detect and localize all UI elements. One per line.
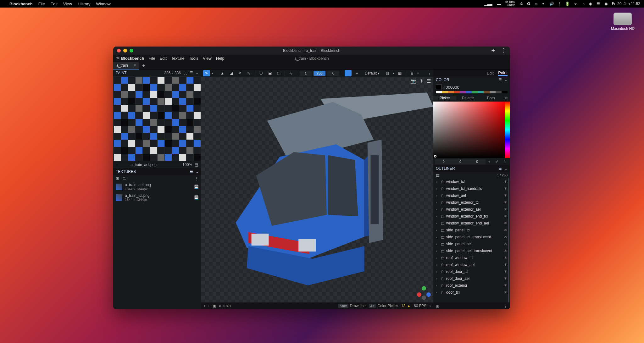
visibility-icon[interactable]: 👁 <box>504 235 508 239</box>
tab-both[interactable]: Both <box>480 96 502 100</box>
outliner-item[interactable]: ›🗀door_tcl👁 <box>433 289 510 296</box>
outliner-item[interactable]: ›🗀roof_window_tcl👁 <box>433 254 510 261</box>
chevron-right-icon[interactable]: › <box>436 187 439 191</box>
line-tool-icon[interactable]: ⤡ <box>245 70 252 76</box>
color-settings-icon[interactable]: ⚙ <box>502 96 510 100</box>
chevron-right-icon[interactable]: › <box>436 277 439 280</box>
visibility-icon[interactable]: 👁 <box>504 214 508 219</box>
status-diamond-icon[interactable]: ◇ <box>535 2 537 6</box>
mode-paint[interactable]: Paint <box>498 70 508 76</box>
mirror-tool-icon[interactable]: ⇋ <box>287 70 294 76</box>
add-folder-icon[interactable]: ⊞ <box>436 304 439 308</box>
color-hex[interactable]: #000000 <box>443 85 459 90</box>
new-tab-button[interactable]: + <box>140 63 147 69</box>
grid2-icon[interactable]: ⊞ <box>408 70 415 76</box>
tool-more-icon[interactable]: ⋮ <box>428 71 431 75</box>
tab-palette[interactable]: Palette <box>456 96 479 100</box>
brush-shape-circle[interactable]: ● <box>353 70 360 76</box>
outliner-item[interactable]: ›🗀side_panel_tcl_translucent👁 <box>433 234 510 241</box>
menubar-app[interactable]: Blockbench <box>9 2 33 6</box>
menubar-datetime[interactable]: Fri 20. Jan 11:52 <box>612 2 640 6</box>
menubar-view[interactable]: View <box>63 2 72 6</box>
minimize-window-button[interactable] <box>123 49 127 53</box>
visibility-icon[interactable]: 👁 <box>504 276 508 281</box>
color-palette[interactable] <box>433 91 510 95</box>
more-icon[interactable]: ⋮ <box>501 47 506 54</box>
visibility-icon[interactable]: 👁 <box>504 269 508 274</box>
brush-softness[interactable]: 0 <box>327 71 339 76</box>
visibility-icon[interactable]: 👁 <box>504 207 508 212</box>
status-fan-icon[interactable]: ✲ <box>520 2 523 6</box>
outliner-item[interactable]: ›🗀window_ael👁 <box>433 192 510 199</box>
chevron-right-icon[interactable]: › <box>436 235 439 239</box>
picker-tool-icon[interactable]: ✐ <box>236 70 243 76</box>
grid-icon[interactable]: ▦ <box>396 70 403 76</box>
chevron-right-icon[interactable]: › <box>436 263 439 267</box>
outliner-item[interactable]: ›🗀roof_door_tcl👁 <box>433 268 510 275</box>
visibility-icon[interactable]: 👁 <box>504 263 508 267</box>
outliner-item[interactable]: ›🗀window_exterior_tcl👁 <box>433 199 510 206</box>
nav-back-icon[interactable]: ‹ <box>204 304 205 308</box>
axis-gizmo[interactable] <box>417 286 431 300</box>
menubar-history[interactable]: History <box>78 2 90 6</box>
menu-edit[interactable]: Edit <box>160 56 167 61</box>
layout-icon[interactable]: ▥ <box>384 70 391 76</box>
visibility-icon[interactable]: 👁 <box>504 290 508 295</box>
tab-picker[interactable]: Picker <box>433 96 456 100</box>
menubar-file[interactable]: File <box>38 2 45 6</box>
tab-close-icon[interactable]: × <box>134 63 136 68</box>
pick-color-icon[interactable]: ✐ <box>493 160 501 164</box>
status-siri-icon[interactable]: ◉ <box>604 2 608 6</box>
save-texture-icon[interactable]: 💾 <box>194 195 199 200</box>
brush-preset[interactable]: Default▾ <box>362 70 382 76</box>
3d-viewport[interactable]: 📷 ☀ ☰ <box>201 77 433 302</box>
visibility-icon[interactable]: 👁 <box>504 180 508 184</box>
chevron-right-icon[interactable]: › <box>436 222 439 225</box>
visibility-icon[interactable]: 👁 <box>504 242 508 246</box>
chevron-right-icon[interactable]: › <box>436 249 439 253</box>
outliner-item[interactable]: ›🗀window_tcl_handrails👁 <box>433 185 510 192</box>
status-bluetooth-icon[interactable]: ᛒ <box>558 2 561 6</box>
status-cpu-icon[interactable]: ▁▃▄ <box>484 2 493 6</box>
textures-collapse-icon[interactable]: ⌄ <box>196 169 199 174</box>
visibility-icon[interactable]: 👁 <box>504 200 508 205</box>
outliner-item[interactable]: ›🗀roof_exterior👁 <box>433 282 510 289</box>
copy-tool-icon[interactable]: ▣ <box>266 70 273 76</box>
nav-fwd-icon[interactable]: › <box>208 304 209 308</box>
visibility-icon[interactable]: 👁 <box>504 186 508 191</box>
save-texture-icon[interactable]: 💾 <box>194 185 199 189</box>
menu-tools[interactable]: Tools <box>189 56 198 61</box>
visibility-icon[interactable]: 👁 <box>504 221 508 225</box>
chevron-right-icon[interactable]: › <box>436 215 439 218</box>
color-swatch[interactable] <box>436 84 441 90</box>
chevron-right-icon[interactable]: › <box>436 291 439 294</box>
menubar-window[interactable]: Window <box>96 2 110 6</box>
chevron-right-icon[interactable]: › <box>436 270 439 274</box>
texture-item[interactable]: a_train_tcl.png 1344 x 1344px 💾 <box>113 192 201 203</box>
textures-options-icon[interactable]: ☰ <box>190 169 193 174</box>
desktop-hd-icon[interactable]: Macintosh HD <box>611 13 635 31</box>
status-volume-icon[interactable]: 🔊 <box>549 2 554 6</box>
rgb-g[interactable]: 0 <box>452 159 469 164</box>
hue-slider[interactable] <box>505 102 510 158</box>
status-search-icon[interactable]: ⌕ <box>582 2 585 6</box>
status-wifi-icon[interactable]: ᯤ <box>574 2 578 6</box>
menu-texture[interactable]: Texture <box>171 56 185 61</box>
outliner-item[interactable]: ›🗀roof_door_ael👁 <box>433 275 510 282</box>
fill-tool-icon[interactable]: ▲ <box>219 70 226 76</box>
chevron-right-icon[interactable]: › <box>436 194 439 197</box>
uv-view-icon[interactable]: ▤ <box>195 163 198 167</box>
visibility-icon[interactable]: 👁 <box>504 256 508 260</box>
chevron-right-icon[interactable]: › <box>436 180 439 184</box>
rgb-r[interactable]: 0 <box>435 159 452 164</box>
menu-help[interactable]: Help <box>216 56 225 61</box>
outliner-more-icon[interactable]: ⋮ <box>503 304 508 308</box>
app-logo[interactable]: ◳ Blockbench <box>116 56 144 61</box>
color-picker[interactable] <box>433 102 510 158</box>
visibility-icon[interactable]: 👁 <box>504 228 508 232</box>
visibility-icon[interactable]: 👁 <box>504 249 508 253</box>
rect-tool-icon[interactable]: ⬚ <box>275 70 282 76</box>
brush-tool-icon[interactable]: ✎ <box>203 70 210 76</box>
outliner-view-icon[interactable]: ▤ <box>436 173 440 178</box>
status-battery-icon[interactable]: 🔋 <box>565 2 570 6</box>
